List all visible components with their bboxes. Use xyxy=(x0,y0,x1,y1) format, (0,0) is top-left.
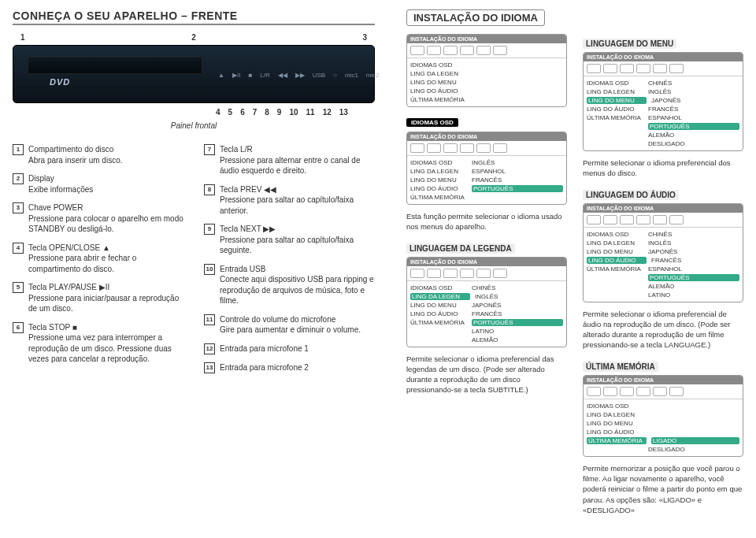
menu-row-r: PORTUGUÊS xyxy=(648,123,739,130)
menu-card-memory: INSTALAÇÃO DO IDIOMA IDIOMAS OSDLING DA … xyxy=(583,375,743,457)
legend-item-desc: Pressione para alternar entre o canal de… xyxy=(220,156,360,176)
menu-row-l: LING DO MENU xyxy=(587,97,647,104)
menu-row: ÚLTIMA MEMÓRIA xyxy=(410,96,467,103)
legend-number: 2 xyxy=(13,173,24,184)
callout: 5 xyxy=(228,108,233,117)
card-header: INSTALAÇÃO DO IDIOMA xyxy=(584,53,743,61)
menu-row-r: INGLÊS xyxy=(648,239,739,247)
menu-row-l: LING DO MENU xyxy=(410,302,467,309)
menu-row-l xyxy=(587,291,643,299)
menu-row-l: IDIOMAS OSD xyxy=(587,403,643,410)
menu-row-r: INGLÊS xyxy=(648,88,739,95)
menu-row-r: ALEMÃO xyxy=(472,336,563,343)
legend-number: 8 xyxy=(204,184,215,195)
legend-item: 13Entrada para microfone 2 xyxy=(204,362,375,373)
legend-item: 12Entrada para microfone 1 xyxy=(204,343,375,354)
legend-item-title: Entrada para microfone 2 xyxy=(220,362,309,373)
menu-row-r: DESLIGADO xyxy=(648,446,739,453)
callout: 1 xyxy=(20,33,25,42)
menu-row-l: LING DO MENU xyxy=(587,420,643,427)
lm-title: LINGUAGEM DO MENU xyxy=(583,39,676,49)
menu-row-r: ESPANHOL xyxy=(648,265,739,273)
menu-row-r: ALEMÃO xyxy=(648,132,739,139)
legend-item: 2DisplayExibe informações xyxy=(13,173,183,195)
menu-row-r: LATINO xyxy=(648,291,739,299)
menu-row-l: LING DO MENU xyxy=(410,176,467,184)
disc-tray xyxy=(28,57,202,74)
menu-row-r: INGLÊS xyxy=(472,159,563,166)
menu-card-simple: INSTALAÇÃO DO IDIOMA IDIOMAS OSDLING DA … xyxy=(406,34,567,107)
legend-number: 10 xyxy=(204,264,215,275)
card-header: INSTALAÇÃO DO IDIOMA xyxy=(407,258,566,266)
legend-item-title: Tecla L/R xyxy=(220,144,375,155)
menu-row-l: LING DO ÁUDIO xyxy=(410,310,467,317)
callout: 7 xyxy=(253,108,258,117)
menu-row-l: LING DO ÁUDIO xyxy=(587,106,643,113)
menu-row-l xyxy=(587,132,643,139)
menu-row-r: JAPONÊS xyxy=(648,248,739,255)
legend-number: 4 xyxy=(13,243,24,254)
legend-item-desc: Pressione uma vez para interromper a rep… xyxy=(28,333,172,363)
la-desc: Permite selecionar o idioma preferencial… xyxy=(583,309,743,351)
legend-item-title: Tecla NEXT ▶▶ xyxy=(220,224,375,235)
card-header: INSTALAÇÃO DO IDIOMA xyxy=(584,376,743,384)
legend-item-title: Tecla STOP ■ xyxy=(28,322,183,333)
la-title: LINGUAGEM DO ÁUDIO xyxy=(583,190,679,200)
lm-desc: Permite selecionar o idioma preferencial… xyxy=(583,158,743,179)
menu-row-l: LING DO ÁUDIO xyxy=(587,429,643,436)
legend-item: 11Controle do volume do microfoneGire pa… xyxy=(204,314,375,336)
menu-row-l: IDIOMAS OSD xyxy=(587,231,643,238)
legend-item-desc: Pressione para colocar o aparelho em mod… xyxy=(28,214,183,234)
menu-row-l: ÚLTIMA MEMÓRIA xyxy=(587,114,643,121)
menu-row-l: LING DO ÁUDIO xyxy=(410,185,467,192)
menu-row-r: JAPONÊS xyxy=(651,97,739,104)
legend-item-desc: Conecte aqui dispositivo USB para rippin… xyxy=(220,275,374,305)
legend-number: 13 xyxy=(204,362,215,373)
menu-row-r: CHINÊS xyxy=(648,231,739,238)
dvd-front-panel: DVD ▲▶II■L/R◀◀▶▶USB○mic1mic2 xyxy=(13,45,375,103)
menu-row-l: ÚLTIMA MEMÓRIA xyxy=(410,194,467,201)
legend-number: 7 xyxy=(204,144,215,155)
osd-desc: Esta função permite selecionar o idioma … xyxy=(406,211,567,232)
legend-number: 9 xyxy=(204,224,215,235)
menu-row-r: PORTUGUÊS xyxy=(648,274,739,281)
legend-item-title: Tecla PREV ◀◀ xyxy=(220,184,375,195)
menu-row-r: FRANCÊS xyxy=(651,257,739,264)
legend-item-title: Tecla OPEN/CLOSE ▲ xyxy=(28,243,183,254)
menu-row-l: ÚLTIMA MEMÓRIA xyxy=(410,319,467,326)
menu-row-r: JAPONÊS xyxy=(472,302,563,309)
legend-item-title: Entrada USB xyxy=(220,264,375,275)
callout: 4 xyxy=(216,108,220,117)
um-title: ÚLTIMA MEMÓRIA xyxy=(583,362,658,372)
menu-row-r: ESPANHOL xyxy=(648,114,739,121)
legend-item: 4Tecla OPEN/CLOSE ▲Pressione para abrir … xyxy=(13,243,183,275)
menu-row-r: LIGADO xyxy=(651,437,739,444)
menu-row-r: FRANCÊS xyxy=(472,310,563,317)
legend-number: 6 xyxy=(13,322,24,333)
menu-row-l xyxy=(587,274,643,281)
legend-item-title: Tecla PLAY/PAUSE ▶II xyxy=(28,282,183,293)
legend-item: 9Tecla NEXT ▶▶Pressione para saltar ao c… xyxy=(204,224,375,256)
legend-item: 5Tecla PLAY/PAUSE ▶IIPressione para inic… xyxy=(13,282,183,314)
panel-controls: ▲▶II■L/R◀◀▶▶USB○mic1mic2 xyxy=(218,65,365,85)
menu-row-r xyxy=(648,411,739,418)
legend-item: 3Chave POWERPressione para colocar o apa… xyxy=(13,202,183,235)
menu-row-r: CHINÊS xyxy=(648,80,739,87)
menu-row-r xyxy=(472,194,563,201)
menu-row-l: LING DA LEGEN xyxy=(587,411,643,418)
menu-row-r: ALEMÃO xyxy=(648,283,739,290)
menu-row-l: IDIOMAS OSD xyxy=(410,159,467,166)
callout: 6 xyxy=(240,108,245,117)
menu-row: LING DO MENU xyxy=(410,79,467,86)
callout: 13 xyxy=(339,108,348,117)
panel-caption: Painel frontal xyxy=(13,121,375,130)
legend-item: 7Tecla L/RPressione para alternar entre … xyxy=(204,144,375,176)
legend-item-desc: Pressione para saltar ao capítulo/faixa … xyxy=(220,236,354,255)
legend-item: 6Tecla STOP ■Pressione uma vez para inte… xyxy=(13,322,183,365)
menu-row-l xyxy=(410,328,467,335)
menu-row-r: INGLÊS xyxy=(475,293,563,300)
card-header: INSTALAÇÃO DO IDIOMA xyxy=(407,132,566,141)
legend-item-desc: Abra para inserir um disco. xyxy=(28,156,123,165)
bottom-callouts: 4 5 6 7 8 9 10 11 12 13 xyxy=(216,108,375,117)
callout: 2 xyxy=(191,33,196,42)
